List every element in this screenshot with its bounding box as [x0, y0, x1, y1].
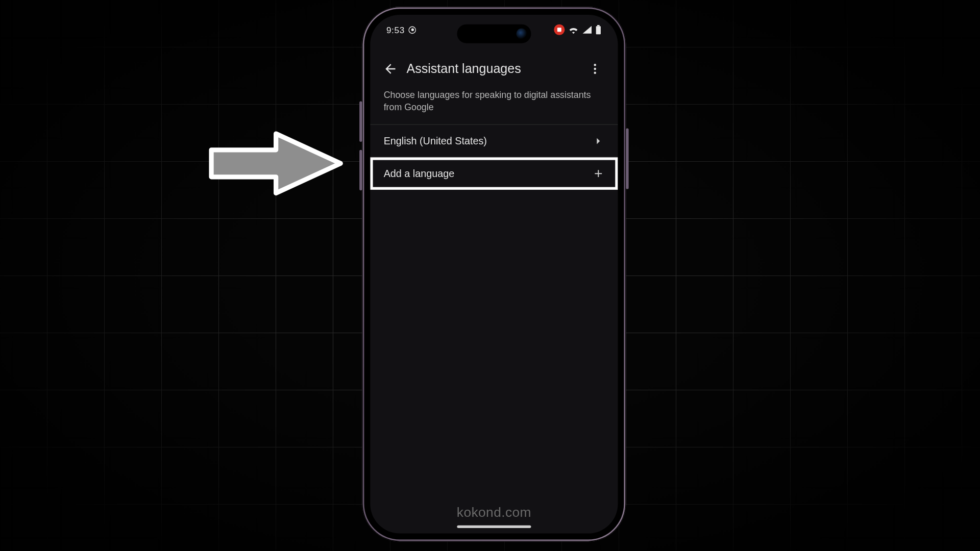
chevron-right-icon	[592, 135, 604, 147]
overflow-menu-button[interactable]	[581, 56, 608, 83]
recording-badge-icon	[554, 24, 565, 35]
language-row-label: English (United States)	[384, 135, 593, 147]
language-row[interactable]: English (United States)	[370, 125, 618, 158]
pointer-arrow	[209, 130, 344, 197]
svg-point-4	[594, 72, 596, 74]
volume-down-button	[359, 150, 362, 190]
power-button	[626, 128, 628, 189]
status-bar: 9:53	[370, 15, 618, 44]
content-area: Choose languages for speaking to digital…	[370, 89, 618, 534]
status-time: 9:53	[386, 24, 405, 35]
page-subtitle: Choose languages for speaking to digital…	[370, 89, 618, 126]
watermark: kokond.com	[370, 505, 618, 520]
svg-rect-1	[596, 26, 601, 34]
arrow-back-icon	[383, 61, 398, 76]
svg-rect-0	[597, 25, 600, 26]
screen-record-indicator-icon	[409, 26, 416, 34]
cell-signal-icon	[582, 26, 592, 34]
volume-up-button	[359, 102, 362, 142]
add-language-row[interactable]: Add a language	[370, 158, 618, 190]
home-indicator	[457, 525, 531, 528]
stage: 9:53	[0, 0, 980, 551]
more-vert-icon	[589, 62, 602, 76]
back-button[interactable]	[377, 56, 404, 83]
app-bar: Assistant languages	[370, 52, 618, 87]
wifi-icon	[568, 26, 579, 34]
plus-icon	[592, 167, 604, 180]
svg-point-3	[594, 68, 596, 70]
phone-screen: 9:53	[370, 15, 618, 533]
phone-mock: 9:53	[362, 7, 626, 541]
page-title: Assistant languages	[406, 61, 581, 76]
battery-icon	[595, 25, 602, 35]
svg-point-2	[594, 64, 596, 66]
add-language-label: Add a language	[384, 168, 593, 180]
